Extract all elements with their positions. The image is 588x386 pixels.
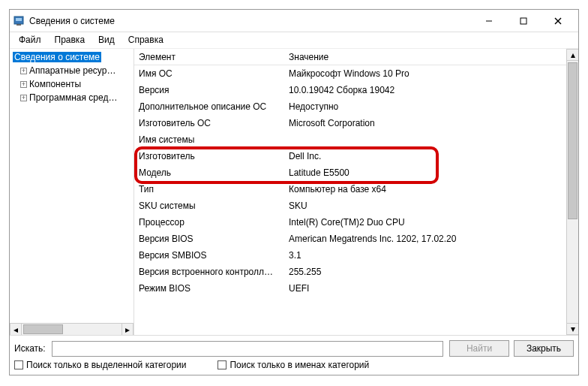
tree-horizontal-scrollbar[interactable]: ◂ ▸ (10, 323, 134, 335)
window-title: Сведения о системе (29, 16, 115, 26)
row-value: Microsoft Corporation (289, 118, 566, 128)
svg-rect-4 (520, 18, 526, 24)
scroll-track[interactable] (22, 324, 122, 335)
table-row[interactable]: Имя системы (134, 131, 566, 148)
checkbox-names-only[interactable]: Поиск только в именах категорий (218, 360, 369, 370)
menu-file[interactable]: Файл (14, 34, 46, 47)
expand-icon[interactable]: + (20, 95, 27, 101)
scroll-track[interactable] (567, 61, 578, 323)
menubar: Файл Правка Вид Справка (10, 32, 578, 49)
header-value: Значение (289, 52, 566, 62)
table-row[interactable]: Изготовитель ОСMicrosoft Corporation (134, 115, 566, 131)
svg-rect-1 (16, 18, 22, 21)
detail-vertical-scrollbar[interactable]: ▴ ▾ (566, 49, 578, 335)
row-value: Майкрософт Windows 10 Pro (289, 68, 566, 79)
menu-view[interactable]: Вид (94, 34, 119, 47)
row-key: Имя ОС (139, 68, 289, 79)
row-value: Компьютер на базе x64 (289, 184, 566, 195)
detail-header[interactable]: Элемент Значение (134, 49, 566, 65)
scroll-left-icon[interactable]: ◂ (10, 324, 22, 335)
detail-pane: Элемент Значение Имя ОСМайкрософт Window… (134, 49, 566, 335)
find-button[interactable]: Найти (449, 340, 509, 357)
table-row[interactable]: ТипКомпьютер на базе x64 (134, 181, 566, 198)
table-row[interactable]: Версия встроенного контролл…255.255 (134, 264, 566, 280)
row-key: Процессор (139, 217, 289, 228)
titlebar: Сведения о системе (10, 10, 578, 32)
expand-icon[interactable]: + (20, 81, 27, 88)
table-row[interactable]: Версия10.0.19042 Сборка 19042 (134, 82, 566, 98)
close-search-button[interactable]: Закрыть (514, 340, 574, 357)
menu-edit[interactable]: Правка (50, 34, 90, 47)
row-value: 10.0.19042 Сборка 19042 (289, 85, 566, 95)
tree-software-label: Программная сред… (29, 92, 117, 103)
row-key: Версия (139, 85, 289, 95)
row-key: Модель (139, 167, 289, 178)
table-row[interactable]: Имя ОСМайкрософт Windows 10 Pro (134, 65, 566, 82)
tree-root-label: Сведения о системе (13, 52, 101, 62)
minimize-button[interactable] (472, 12, 506, 30)
table-row[interactable]: Версия BIOSAmerican Megatrends Inc. 1202… (134, 231, 566, 247)
detail-body: Имя ОСМайкрософт Windows 10 ProВерсия10.… (134, 65, 566, 335)
svg-rect-2 (16, 24, 21, 26)
tree-root[interactable]: Сведения о системе (10, 50, 134, 64)
scroll-thumb[interactable] (23, 324, 63, 334)
app-icon (13, 15, 25, 27)
row-key: Версия SMBIOS (139, 250, 289, 261)
row-value: Intel(R) Core(TM)2 Duo CPU (289, 217, 566, 228)
row-key: Версия BIOS (139, 234, 289, 244)
table-row[interactable]: Дополнительное описание ОСНедоступно (134, 98, 566, 115)
row-key: Изготовитель (139, 151, 289, 161)
table-row[interactable]: Режим BIOSUEFI (134, 280, 566, 297)
expand-icon[interactable]: + (20, 68, 27, 74)
maximize-button[interactable] (506, 12, 541, 30)
search-area: Искать: Найти Закрыть Поиск только в выд… (10, 336, 578, 375)
checkbox-box-icon (218, 360, 226, 369)
checkbox-selected-label: Поиск только в выделенной категории (26, 360, 186, 370)
row-value: SKU (289, 201, 566, 211)
row-key: Изготовитель ОС (139, 118, 289, 128)
row-key: Имя системы (139, 134, 289, 145)
row-key: Тип (139, 184, 289, 195)
search-input[interactable] (52, 341, 443, 357)
table-row[interactable]: ИзготовительDell Inc. (134, 148, 566, 164)
scroll-up-icon[interactable]: ▴ (567, 49, 578, 61)
row-value: Latitude E5500 (289, 167, 566, 178)
scroll-right-icon[interactable]: ▸ (122, 324, 134, 335)
row-key: SKU системы (139, 201, 289, 211)
table-row[interactable]: ПроцессорIntel(R) Core(TM)2 Duo CPU (134, 214, 566, 231)
table-row[interactable]: МодельLatitude E5500 (134, 164, 566, 181)
tree-components-label: Компоненты (29, 79, 81, 89)
checkbox-names-label: Поиск только в именах категорий (230, 360, 369, 370)
system-info-window: Сведения о системе Файл Правка Вид Справ… (9, 9, 579, 375)
table-row[interactable]: SKU системыSKU (134, 198, 566, 214)
tree-components[interactable]: + Компоненты (10, 77, 134, 91)
scroll-thumb[interactable] (568, 62, 578, 219)
workspace: Сведения о системе + Аппаратные ресур… +… (10, 49, 578, 336)
tree-pane: Сведения о системе + Аппаратные ресур… +… (10, 49, 134, 335)
table-row[interactable]: Версия SMBIOS3.1 (134, 247, 566, 264)
row-value: American Megatrends Inc. 1202, 17.02.20 (289, 234, 566, 244)
row-key: Режим BIOS (139, 283, 289, 294)
search-label: Искать: (14, 343, 47, 354)
menu-help[interactable]: Справка (124, 34, 168, 47)
tree-software[interactable]: + Программная сред… (10, 91, 134, 104)
tree-hardware-label: Аппаратные ресур… (29, 65, 116, 76)
row-value: UEFI (289, 283, 566, 294)
row-value: Dell Inc. (289, 151, 566, 161)
close-button[interactable] (541, 12, 575, 30)
header-element: Элемент (139, 52, 289, 62)
row-key: Дополнительное описание ОС (139, 101, 289, 112)
tree-hardware[interactable]: + Аппаратные ресур… (10, 64, 134, 77)
checkbox-box-icon (14, 360, 23, 369)
row-value: 255.255 (289, 267, 566, 277)
row-value: 3.1 (289, 250, 566, 261)
row-key: Версия встроенного контролл… (139, 267, 289, 277)
scroll-down-icon[interactable]: ▾ (567, 323, 578, 335)
row-value: Недоступно (289, 101, 566, 112)
checkbox-selected-category[interactable]: Поиск только в выделенной категории (14, 360, 186, 370)
